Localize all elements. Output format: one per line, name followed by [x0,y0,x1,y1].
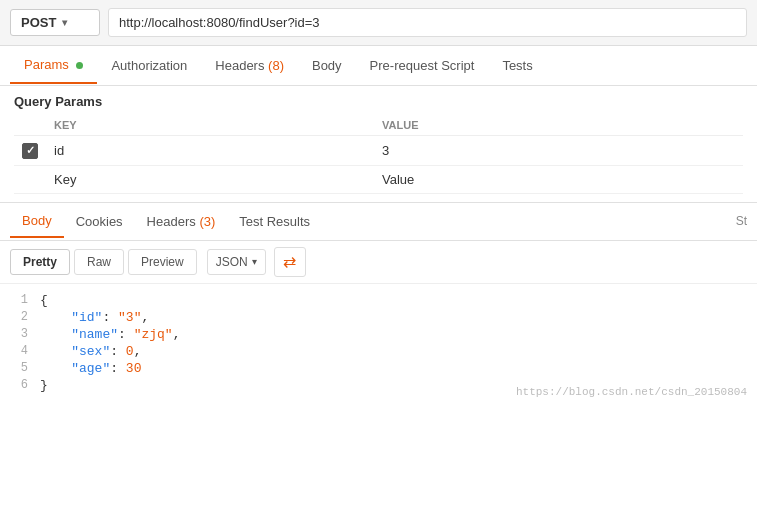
col-key: KEY [46,115,374,136]
json-content: 1 { 2 "id": "3", 3 "name": "zjq", 4 "sex… [0,284,757,402]
watermark: https://blog.csdn.net/csdn_20150804 [516,386,747,398]
val-name: "zjq" [134,327,173,342]
method-chevron: ▾ [62,17,67,28]
url-bar: POST ▾ [0,0,757,46]
key-name: "name" [71,327,118,342]
line-content-4: "sex": 0, [40,344,757,359]
line-num-1: 1 [0,293,40,307]
line-num-4: 4 [0,344,40,358]
tab-test-results[interactable]: Test Results [227,206,322,237]
row1-key[interactable]: id [46,136,374,166]
url-input[interactable] [108,8,747,37]
params-dot [76,62,83,69]
headers-badge: (8) [268,58,284,73]
wrap-icon: ⇄ [283,254,296,270]
key-id: "id" [71,310,102,325]
table-row: Key Value [14,165,743,193]
json-line-3: 3 "name": "zjq", [0,326,757,343]
tab-headers-response[interactable]: Headers (3) [135,206,228,237]
params-table: KEY VALUE id 3 Key Value [14,115,743,194]
line-content-1: { [40,293,757,308]
line-content-3: "name": "zjq", [40,327,757,342]
row2-value[interactable]: Value [374,165,743,193]
col-value: VALUE [374,115,743,136]
tab-body[interactable]: Body [10,205,64,238]
tab-body-top[interactable]: Body [298,48,356,83]
row1-checkbox[interactable] [22,143,38,159]
method-selector[interactable]: POST ▾ [10,9,100,36]
body-tab-right-label: St [736,214,747,228]
row1-value[interactable]: 3 [374,136,743,166]
format-chevron: ▾ [252,256,257,267]
tab-params[interactable]: Params [10,47,97,84]
json-line-4: 4 "sex": 0, [0,343,757,360]
tab-authorization[interactable]: Authorization [97,48,201,83]
val-sex: 0 [126,344,134,359]
json-line-1: 1 { [0,292,757,309]
btn-preview[interactable]: Preview [128,249,197,275]
row2-checkbox-cell[interactable] [14,165,46,193]
query-params-section: Query Params KEY VALUE id 3 Key Value [0,86,757,198]
top-tabs-row: Params Authorization Headers (8) Body Pr… [0,46,757,86]
method-label: POST [21,15,56,30]
line-num-3: 3 [0,327,40,341]
tab-tests[interactable]: Tests [488,48,546,83]
key-sex: "sex" [71,344,110,359]
row1-checkbox-cell[interactable] [14,136,46,166]
line-content-2: "id": "3", [40,310,757,325]
col-checkbox [14,115,46,136]
json-line-5: 5 "age": 30 [0,360,757,377]
json-line-2: 2 "id": "3", [0,309,757,326]
wrap-icon-btn[interactable]: ⇄ [274,247,306,277]
body-tabs-row: Body Cookies Headers (3) Test Results St [0,203,757,241]
tab-cookies[interactable]: Cookies [64,206,135,237]
line-num-2: 2 [0,310,40,324]
tab-headers[interactable]: Headers (8) [201,48,298,83]
btn-pretty[interactable]: Pretty [10,249,70,275]
key-age: "age" [71,361,110,376]
val-age: 30 [126,361,142,376]
line-content-5: "age": 30 [40,361,757,376]
row2-key[interactable]: Key [46,165,374,193]
format-select-label: JSON [216,255,248,269]
tab-pre-request[interactable]: Pre-request Script [356,48,489,83]
val-id: "3" [118,310,141,325]
line-num-6: 6 [0,378,40,392]
query-params-title: Query Params [14,94,743,109]
line-num-5: 5 [0,361,40,375]
headers-res-badge: (3) [199,214,215,229]
btn-raw[interactable]: Raw [74,249,124,275]
format-select[interactable]: JSON ▾ [207,249,266,275]
table-row: id 3 [14,136,743,166]
format-toolbar: Pretty Raw Preview JSON ▾ ⇄ [0,241,757,284]
